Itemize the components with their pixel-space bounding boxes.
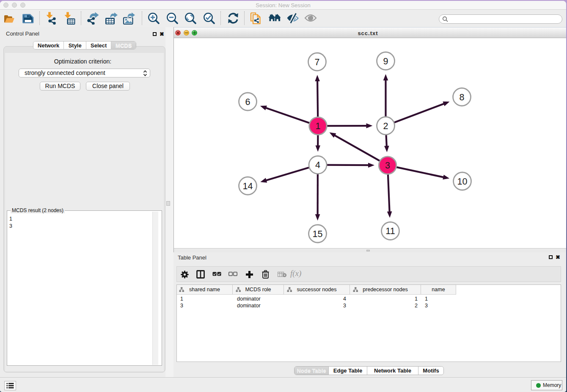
svg-text:7: 7 xyxy=(315,57,320,67)
svg-text:9: 9 xyxy=(383,56,388,66)
svg-text:3: 3 xyxy=(385,160,390,171)
svg-text:6: 6 xyxy=(245,97,250,107)
svg-text:11: 11 xyxy=(385,226,395,236)
svg-text:1: 1 xyxy=(316,121,321,131)
svg-text:8: 8 xyxy=(460,92,465,102)
svg-text:10: 10 xyxy=(457,177,468,187)
svg-text:4: 4 xyxy=(315,160,320,170)
svg-text:2: 2 xyxy=(383,121,388,131)
svg-text:14: 14 xyxy=(243,181,253,191)
svg-text:15: 15 xyxy=(313,229,323,239)
